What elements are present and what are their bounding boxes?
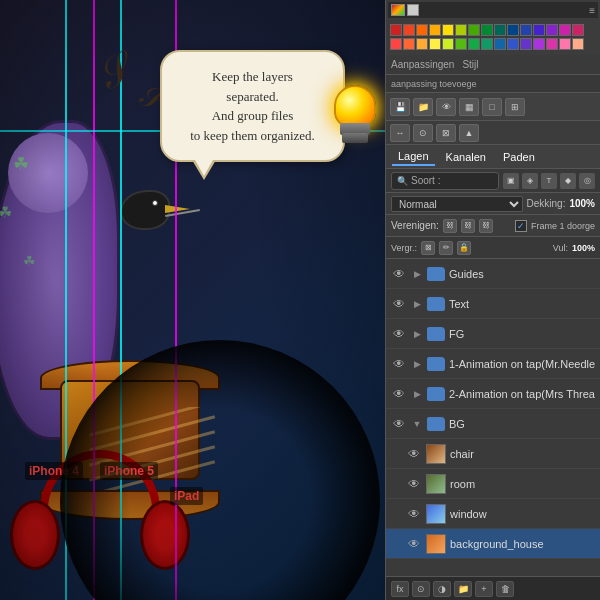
color-swatch[interactable] <box>533 24 545 36</box>
layer-item[interactable]: 👁▶Text <box>386 289 600 319</box>
btn-mask[interactable]: ⊙ <box>412 581 430 597</box>
tab-lagen[interactable]: Lagen <box>392 148 435 166</box>
tab-kanalen[interactable]: Kanalen <box>440 149 492 165</box>
color-swatch[interactable] <box>455 24 467 36</box>
tool-lasso[interactable]: ⊙ <box>413 124 433 142</box>
vul-value: 100% <box>572 243 595 253</box>
color-swatch[interactable] <box>546 38 558 50</box>
filter-adjust[interactable]: ◈ <box>522 173 538 189</box>
tool-chain3[interactable]: ⛓ <box>479 219 493 233</box>
color-swatch[interactable] <box>520 38 532 50</box>
filter-type[interactable]: T <box>541 173 557 189</box>
color-swatch[interactable] <box>390 38 402 50</box>
tool-chain2[interactable]: ⛓ <box>461 219 475 233</box>
tool-grid2[interactable]: ⊞ <box>505 98 525 116</box>
color-swatch[interactable] <box>546 24 558 36</box>
color-swatch[interactable] <box>442 24 454 36</box>
tool-square[interactable]: □ <box>482 98 502 116</box>
color-swatch[interactable] <box>559 24 571 36</box>
color-swatch[interactable] <box>507 38 519 50</box>
layer-visibility-icon[interactable]: 👁 <box>391 386 407 402</box>
aanpassingen-tab[interactable]: Aanpassingen <box>391 59 454 70</box>
layer-expand-icon[interactable]: ▶ <box>411 388 423 400</box>
color-swatch[interactable] <box>533 38 545 50</box>
color-swatch[interactable] <box>403 38 415 50</box>
layer-thumbnail <box>426 444 446 464</box>
frame-checkbox[interactable] <box>515 220 527 232</box>
layer-visibility-icon[interactable]: 👁 <box>391 356 407 372</box>
layer-visibility-icon[interactable]: 👁 <box>406 536 422 552</box>
tool-crop[interactable]: ⊠ <box>436 124 456 142</box>
color-swatch[interactable] <box>455 38 467 50</box>
layer-item[interactable]: 👁background_house <box>386 529 600 559</box>
tool-move[interactable]: ↔ <box>390 124 410 142</box>
color-swatch[interactable] <box>481 24 493 36</box>
btn-delete[interactable]: 🗑 <box>496 581 514 597</box>
color-swatch[interactable] <box>416 38 428 50</box>
tool-eye[interactable]: 👁 <box>436 98 456 116</box>
layer-visibility-icon[interactable]: 👁 <box>391 266 407 282</box>
layer-item[interactable]: 👁▶1-Animation on tap(Mr.Needle) <box>386 349 600 379</box>
color-swatch[interactable] <box>429 38 441 50</box>
btn-adjustment[interactable]: ◑ <box>433 581 451 597</box>
layer-expand-icon[interactable]: ▶ <box>411 268 423 280</box>
tab-paden[interactable]: Paden <box>497 149 541 165</box>
color-swatch[interactable] <box>390 24 402 36</box>
filter-pixel[interactable]: ▣ <box>503 173 519 189</box>
btn-link[interactable]: fx <box>391 581 409 597</box>
layer-name-label: Guides <box>449 268 595 280</box>
layer-visibility-icon[interactable]: 👁 <box>391 326 407 342</box>
color-swatch[interactable] <box>520 24 532 36</box>
layer-item[interactable]: 👁▶FG <box>386 319 600 349</box>
btn-new-layer[interactable]: + <box>475 581 493 597</box>
layer-item[interactable]: 👁chair <box>386 439 600 469</box>
layer-name-label: Text <box>449 298 595 310</box>
tool-save[interactable]: 💾 <box>390 98 410 116</box>
layer-expand-icon[interactable]: ▶ <box>411 328 423 340</box>
tool-grid[interactable]: ▦ <box>459 98 479 116</box>
search-box[interactable]: 🔍 Soort : <box>391 172 499 190</box>
layer-item[interactable]: 👁▼BG <box>386 409 600 439</box>
layer-expand-icon[interactable]: ▶ <box>411 358 423 370</box>
tool-folder[interactable]: 📁 <box>413 98 433 116</box>
btn-group[interactable]: 📁 <box>454 581 472 597</box>
color-swatch[interactable] <box>481 38 493 50</box>
color-swatch[interactable] <box>468 38 480 50</box>
tool-fill[interactable]: ▲ <box>459 124 479 142</box>
color-swatch[interactable] <box>468 24 480 36</box>
aanpassingen-tabbar: Aanpassingen Stijl <box>386 55 600 75</box>
vergr-icon1[interactable]: ⊠ <box>421 241 435 255</box>
color-swatch[interactable] <box>494 38 506 50</box>
frame-label: Frame 1 doorge <box>531 221 595 231</box>
layer-name-label: window <box>450 508 595 520</box>
color-swatch[interactable] <box>559 38 571 50</box>
color-swatch[interactable] <box>403 24 415 36</box>
bubble-line3: And group files <box>212 108 294 123</box>
layers-panel-header: Lagen Kanalen Paden <box>386 145 600 169</box>
layer-item[interactable]: 👁window <box>386 499 600 529</box>
color-swatch[interactable] <box>416 24 428 36</box>
layer-item[interactable]: 👁room <box>386 469 600 499</box>
color-swatch[interactable] <box>442 38 454 50</box>
blend-mode-select[interactable]: Normaal <box>391 196 523 212</box>
layer-visibility-icon[interactable]: 👁 <box>391 296 407 312</box>
color-swatch[interactable] <box>572 38 584 50</box>
layer-item[interactable]: 👁▶Guides <box>386 259 600 289</box>
layer-visibility-icon[interactable]: 👁 <box>406 476 422 492</box>
layer-expand-icon[interactable]: ▶ <box>411 298 423 310</box>
stijl-tab[interactable]: Stijl <box>462 59 478 70</box>
vergr-icon3[interactable]: 🔒 <box>457 241 471 255</box>
color-swatch[interactable] <box>429 24 441 36</box>
filter-smart[interactable]: ◎ <box>579 173 595 189</box>
color-swatch[interactable] <box>572 24 584 36</box>
layer-item[interactable]: 👁▶2-Animation on tap(Mrs Thread) <box>386 379 600 409</box>
layer-visibility-icon[interactable]: 👁 <box>391 416 407 432</box>
layer-visibility-icon[interactable]: 👁 <box>406 446 422 462</box>
color-swatch[interactable] <box>507 24 519 36</box>
filter-shape[interactable]: ◆ <box>560 173 576 189</box>
vergr-icon2[interactable]: ✏ <box>439 241 453 255</box>
color-swatch[interactable] <box>494 24 506 36</box>
tool-chain1[interactable]: ⛓ <box>443 219 457 233</box>
layer-visibility-icon[interactable]: 👁 <box>406 506 422 522</box>
layer-expand-icon[interactable]: ▼ <box>411 418 423 430</box>
